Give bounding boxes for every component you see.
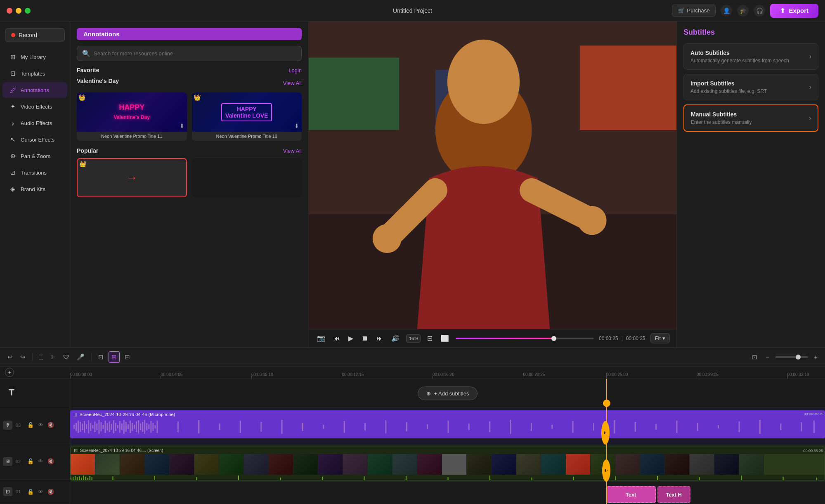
- popular-card-2[interactable]: [192, 158, 302, 197]
- subtitle-button[interactable]: ⊞: [109, 351, 120, 363]
- redo-button[interactable]: ↪: [18, 352, 28, 362]
- track-02-mute[interactable]: 🔇: [47, 457, 55, 465]
- skip-back-button[interactable]: ⏮: [332, 333, 342, 344]
- svg-rect-25: [107, 423, 108, 431]
- track-03-mute[interactable]: 🔇: [47, 421, 55, 429]
- minimize-button[interactable]: [16, 8, 21, 14]
- sidebar-item-brand-kits[interactable]: ◈ Brand Kits: [2, 181, 67, 197]
- text-track-icon: T: [3, 383, 20, 402]
- text-clip-2[interactable]: Text H: [657, 486, 690, 503]
- zoom-out-button[interactable]: −: [763, 352, 772, 362]
- sidebar: Record ⊞ My Library ⊡ Templates 🖊 Annota…: [0, 21, 70, 347]
- export-button[interactable]: ⬆ Export: [770, 4, 818, 18]
- skip-forward-button[interactable]: ⏭: [375, 333, 385, 344]
- thumb-23: [640, 454, 665, 475]
- play-button[interactable]: ▶: [347, 333, 355, 344]
- svg-rect-39: [136, 421, 137, 432]
- volume-button[interactable]: 🔊: [390, 333, 401, 344]
- svg-rect-59: [364, 423, 366, 431]
- close-button[interactable]: [7, 8, 12, 14]
- add-track-button[interactable]: +: [5, 368, 14, 377]
- svg-rect-60: [385, 420, 386, 433]
- search-bar[interactable]: 🔍: [77, 46, 302, 61]
- valentines-view-all[interactable]: View All: [283, 80, 302, 86]
- track-01-icon: ⊡: [3, 487, 12, 496]
- fit-button[interactable]: Fit ▾: [650, 333, 670, 343]
- svg-rect-33: [123, 420, 125, 434]
- purchase-button[interactable]: 🛒 Purchase: [672, 5, 716, 17]
- auto-subtitles-option[interactable]: Auto Subtitles Automatically generate su…: [683, 43, 818, 70]
- video-svg: [309, 21, 676, 329]
- zoom-in-button[interactable]: +: [811, 352, 820, 362]
- track-01-visible[interactable]: 👁: [37, 488, 44, 496]
- playhead[interactable]: [606, 379, 607, 504]
- login-button[interactable]: Login: [288, 67, 302, 73]
- graduation-icon: 🎓: [740, 7, 747, 14]
- sidebar-item-transitions[interactable]: ⊿ Transitions: [2, 165, 67, 180]
- sidebar-item-video-effects[interactable]: ✦ Video Effects: [2, 99, 67, 114]
- valentine-card-2[interactable]: 👑 HAPPYValentine LOVE ⬇ Neon Valentine P…: [192, 92, 302, 141]
- svg-rect-31: [119, 421, 121, 433]
- sidebar-item-pan-zoom[interactable]: ⊕ Pan & Zoom: [2, 148, 67, 164]
- valentine-card-1[interactable]: 👑 HAPPYValentine's Day ⬇ Neon Valentine …: [77, 92, 187, 141]
- svg-rect-105: [615, 476, 616, 480]
- track-03-lock[interactable]: 🔓: [26, 421, 35, 429]
- thumb-25: [690, 454, 714, 475]
- track-01-mute[interactable]: 🔇: [47, 488, 55, 496]
- shield-button[interactable]: 🛡: [61, 352, 72, 362]
- record-button[interactable]: Record: [5, 28, 65, 42]
- fit-timeline-button[interactable]: ⊡: [749, 352, 760, 362]
- captions-button[interactable]: ⊟: [426, 333, 434, 344]
- thumb-14: [417, 454, 442, 475]
- svg-rect-9: [73, 425, 75, 429]
- annotation-button[interactable]: ⊟: [122, 352, 132, 362]
- preview-panel: 📷 ⏮ ▶ ⏹ ⏭ 🔊 16:9 ⊟ ⬜ 00:00:25 | 00:00:35: [309, 21, 676, 347]
- ruler-mark-1: 00:00:04:05: [161, 372, 182, 377]
- undo-button[interactable]: ↩: [5, 352, 15, 362]
- sidebar-item-my-library[interactable]: ⊞ My Library: [2, 49, 67, 65]
- popular-title: Popular: [77, 147, 98, 154]
- speed-button[interactable]: 16:9: [406, 334, 421, 343]
- svg-point-7: [373, 224, 402, 253]
- support-button[interactable]: 🎧: [754, 5, 765, 17]
- mic-button[interactable]: 🎤: [74, 352, 87, 362]
- svg-rect-16: [88, 420, 89, 433]
- track-02-icon: 🖥: [3, 457, 12, 466]
- trim-button[interactable]: ⊩: [48, 352, 58, 362]
- track-02-visible[interactable]: 👁: [37, 457, 44, 465]
- add-subtitles-button[interactable]: ⊕ + Add subtitles: [418, 386, 478, 400]
- profile-button[interactable]: 👤: [721, 5, 732, 17]
- manual-subtitles-option[interactable]: Manual Subtitles Enter the subtitles man…: [683, 104, 818, 132]
- track-label-text: T: [0, 379, 70, 407]
- sidebar-item-audio-effects[interactable]: ♪ Audio Effects: [2, 115, 67, 131]
- svg-rect-42: [142, 422, 143, 432]
- video-clip[interactable]: ⊡ ScreenRec_2024-10-29 16-04-46.... (Scr…: [70, 447, 825, 480]
- zoom-slider[interactable]: [775, 356, 808, 358]
- stop-button[interactable]: ⏹: [360, 333, 370, 344]
- sidebar-item-annotations[interactable]: 🖊 Annotations: [2, 82, 67, 98]
- track-02-lock[interactable]: 🔓: [26, 457, 35, 465]
- search-input[interactable]: [94, 50, 296, 57]
- track-03-visible[interactable]: 👁: [37, 421, 44, 429]
- crown-icon-2: 👑: [194, 94, 201, 101]
- import-subtitles-option[interactable]: Import Subtitles Add existing subtitles …: [683, 74, 818, 100]
- svg-rect-103: [532, 478, 532, 480]
- screenshot-button[interactable]: 📷: [315, 333, 327, 344]
- svg-rect-46: [150, 421, 151, 433]
- audio-clip[interactable]: ||| ScreenRec_2024-10-29 16-04-46 (Micro…: [70, 410, 825, 438]
- split-button[interactable]: ⌶: [37, 352, 45, 362]
- progress-bar[interactable]: [456, 338, 594, 339]
- sidebar-item-cursor-effects[interactable]: ↖ Cursor Effects: [2, 132, 67, 147]
- fullscreen-button[interactable]: ⬜: [439, 333, 451, 344]
- sidebar-item-templates[interactable]: ⊡ Templates: [2, 66, 67, 81]
- svg-rect-99: [364, 476, 365, 480]
- svg-rect-83: [73, 477, 73, 480]
- text-overlay-button[interactable]: ⊡: [96, 352, 106, 362]
- popular-card-1[interactable]: 👑 →: [77, 158, 187, 197]
- learn-button[interactable]: 🎓: [737, 5, 749, 17]
- maximize-button[interactable]: [25, 8, 31, 14]
- track-01-lock[interactable]: 🔓: [26, 488, 35, 496]
- popular-view-all[interactable]: View All: [283, 148, 302, 154]
- text-clip-1[interactable]: Text: [606, 486, 656, 503]
- audio-track-03: ||| ScreenRec_2024-10-29 16-04-46 (Micro…: [70, 408, 825, 445]
